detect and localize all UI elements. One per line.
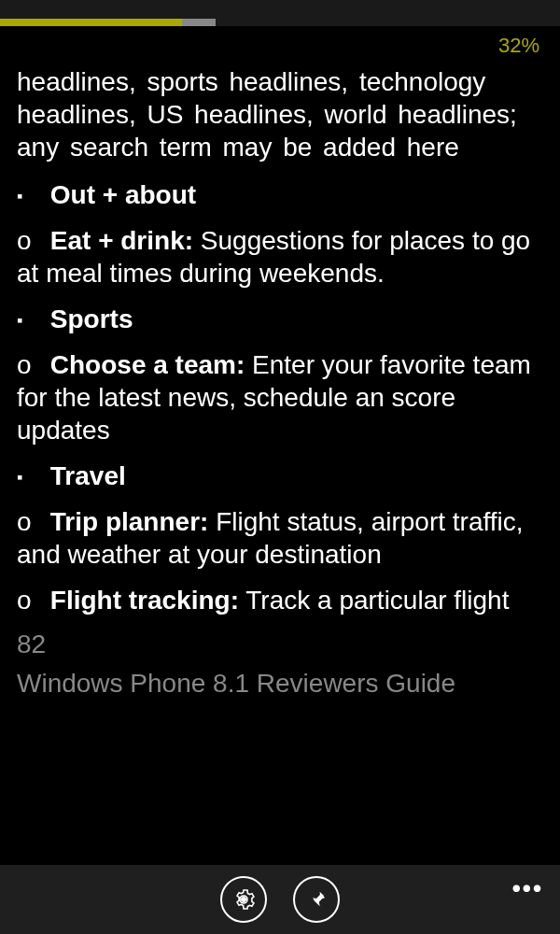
item-choose-team: Choose a team: Enter your favorite team … xyxy=(17,348,543,446)
item-label: Eat + drink: xyxy=(50,226,193,255)
item-label: Trip planner: xyxy=(50,507,209,536)
gear-icon xyxy=(232,888,255,911)
settings-button[interactable] xyxy=(220,876,267,923)
heading-text: Travel xyxy=(50,461,126,490)
circle-bullet-icon xyxy=(17,348,43,381)
square-bullet-icon xyxy=(17,460,43,492)
heading-text: Out + about xyxy=(50,180,196,209)
system-bar xyxy=(0,0,560,19)
intro-paragraph: headlines, sports headlines, technology … xyxy=(17,65,543,163)
item-text: Track a particular flight xyxy=(239,586,509,615)
progress-fill xyxy=(0,19,182,26)
heading-sports: Sports xyxy=(17,303,543,335)
app-bar: ••• xyxy=(0,865,560,934)
item-eat-drink: Eat + drink: Suggestions for places to g… xyxy=(17,224,543,290)
circle-bullet-icon xyxy=(17,505,43,538)
pin-button[interactable] xyxy=(293,876,340,923)
heading-text: Sports xyxy=(50,304,133,333)
heading-travel: Travel xyxy=(17,460,543,492)
svg-point-0 xyxy=(241,897,246,902)
item-label: Flight tracking: xyxy=(50,586,239,615)
progress-thumb xyxy=(182,19,216,26)
square-bullet-icon xyxy=(17,303,43,335)
page-number: 82 xyxy=(17,630,543,659)
document-title: Windows Phone 8.1 Reviewers Guide xyxy=(17,669,543,699)
document-content[interactable]: 32% headlines, sports headlines, technol… xyxy=(0,26,560,865)
item-flight-tracking: Flight tracking: Track a particular flig… xyxy=(17,584,543,616)
item-trip-planner: Trip planner: Flight status, airport tra… xyxy=(17,505,543,571)
circle-bullet-icon xyxy=(17,584,43,616)
square-bullet-icon xyxy=(17,178,43,211)
item-label: Choose a team: xyxy=(50,350,245,379)
more-button[interactable]: ••• xyxy=(512,874,543,903)
progress-percent: 32% xyxy=(17,34,543,58)
heading-out-about: Out + about xyxy=(17,178,543,211)
reading-progress-bar[interactable] xyxy=(0,19,560,26)
pin-icon xyxy=(306,889,327,910)
circle-bullet-icon xyxy=(17,224,43,257)
